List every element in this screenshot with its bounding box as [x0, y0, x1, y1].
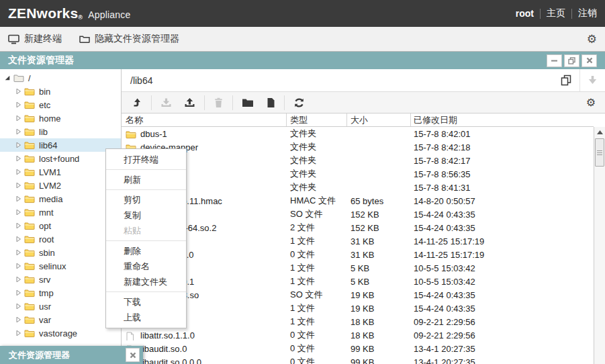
- expand-collapse-icon[interactable]: [13, 236, 23, 242]
- table-row[interactable]: libaudit.so.0.0.0 0 文件 99 KB 13-4-1 20:2…: [122, 355, 594, 364]
- expand-collapse-icon[interactable]: [13, 276, 23, 283]
- tree-item-srv[interactable]: srv: [0, 273, 121, 286]
- context-menu-item[interactable]: 打开终端: [106, 152, 186, 167]
- context-menu-item[interactable]: 复制: [106, 208, 186, 223]
- table-row[interactable]: .libgcrypt.so.11.hmac HMAC 文件 65 bytes 1…: [122, 194, 594, 208]
- expand-collapse-icon[interactable]: [13, 88, 23, 95]
- expand-collapse-icon[interactable]: [13, 289, 23, 296]
- taskbar-item-file-manager[interactable]: 文件资源管理器: [0, 346, 143, 364]
- minimize-button[interactable]: [547, 54, 562, 67]
- new-folder-icon[interactable]: [236, 98, 260, 107]
- tree-item-vastorage[interactable]: vastorage: [0, 326, 121, 340]
- vertical-scrollbar[interactable]: [594, 127, 605, 364]
- expand-collapse-icon[interactable]: [13, 209, 23, 216]
- copy-path-icon[interactable]: [553, 69, 579, 91]
- expand-collapse-icon[interactable]: [13, 249, 23, 256]
- column-header-name[interactable]: 名称: [122, 113, 287, 126]
- tree-item-usr[interactable]: usr: [0, 300, 121, 313]
- upload-icon[interactable]: [178, 97, 201, 108]
- table-row[interactable]: libanl-2.11.3.so SO 文件 19 KB 15-4-24 0:4…: [122, 288, 594, 302]
- expand-collapse-icon[interactable]: [13, 263, 23, 269]
- folder-icon: [24, 262, 35, 271]
- close-button[interactable]: [581, 54, 597, 67]
- gear-icon[interactable]: ⚙: [586, 97, 596, 108]
- table-row[interactable]: libanl.so.1 1 文件 19 KB 15-4-24 0:43:35: [122, 302, 594, 315]
- tree-item-etc[interactable]: etc: [0, 98, 121, 111]
- expand-collapse-icon[interactable]: [13, 128, 23, 135]
- tree-item-sbin[interactable]: sbin: [0, 246, 121, 259]
- column-header-type[interactable]: 类型: [287, 113, 347, 126]
- taskbar-close-button[interactable]: [126, 348, 140, 362]
- table-row[interactable]: libaudit.so.0 0 文件 99 KB 13-4-1 20:27:35: [122, 342, 594, 355]
- tree-item-root[interactable]: root: [0, 232, 121, 246]
- scrollbar-thumb[interactable]: [595, 138, 604, 167]
- table-row[interactable]: security 文件夹 15-7-8 8:41:31: [122, 181, 594, 194]
- home-link[interactable]: 主页: [547, 7, 565, 19]
- divider: [284, 95, 285, 110]
- context-menu-item[interactable]: 新建文件夹: [106, 274, 186, 289]
- logout-link[interactable]: 注销: [578, 7, 597, 19]
- expand-collapse-icon[interactable]: [13, 182, 23, 189]
- tree-item-var[interactable]: var: [0, 313, 121, 326]
- context-menu-item[interactable]: 剪切: [106, 192, 186, 208]
- expand-collapse-icon[interactable]: [13, 303, 23, 310]
- expand-collapse-icon[interactable]: [13, 101, 23, 108]
- expand-collapse-icon[interactable]: [13, 195, 23, 202]
- tree-item-lib64[interactable]: lib64: [0, 138, 121, 152]
- restore-button[interactable]: [564, 54, 579, 67]
- tree-item-LVM1[interactable]: LVM1: [0, 165, 121, 179]
- expand-collapse-icon[interactable]: [13, 142, 23, 148]
- tree-item-LVM2[interactable]: LVM2: [0, 179, 121, 192]
- new-file-icon[interactable]: [260, 97, 281, 108]
- table-row[interactable]: ld-2.11.3.so SO 文件 152 KB 15-4-24 0:43:3…: [122, 208, 594, 221]
- refresh-icon[interactable]: [287, 97, 311, 108]
- expand-collapse-icon[interactable]: [13, 169, 23, 175]
- tree-item-root[interactable]: /: [0, 71, 121, 85]
- table-row[interactable]: ld-linux-x86-64.so.2 2 文件 152 KB 15-4-24…: [122, 221, 594, 234]
- gear-icon[interactable]: ⚙: [587, 34, 597, 45]
- expand-collapse-icon[interactable]: [3, 75, 12, 81]
- context-menu-item[interactable]: 上载: [106, 310, 186, 325]
- context-menu-item[interactable]: 重命名: [106, 259, 186, 274]
- table-row[interactable]: libaio.so.1.0.1 1 文件 5 KB 10-5-5 15:03:4…: [122, 275, 594, 288]
- new-terminal-button[interactable]: 新建终端: [8, 33, 62, 45]
- table-row[interactable]: libattr.so.1 1 文件 18 KB 09-2-21 2:29:56: [122, 315, 594, 328]
- path-bar: /lib64: [122, 69, 605, 92]
- tree-item-media[interactable]: media: [0, 192, 121, 206]
- folder-icon: [24, 141, 35, 150]
- table-row[interactable]: libacl.so.1 1 文件 31 KB 14-11-25 15:17:19: [122, 234, 594, 248]
- tree-item-bin[interactable]: bin: [0, 85, 121, 98]
- context-menu-item[interactable]: 删除: [106, 243, 186, 259]
- context-menu-item[interactable]: 下载: [106, 294, 186, 310]
- column-header-date[interactable]: 已修改日期: [411, 113, 594, 126]
- expand-collapse-icon[interactable]: [13, 115, 23, 122]
- table-row[interactable]: libattr.so.1.1.0 0 文件 18 KB 09-2-21 2:29…: [122, 328, 594, 342]
- hide-file-manager-button[interactable]: 隐藏文件资源管理器: [79, 33, 179, 45]
- expand-collapse-icon[interactable]: [13, 330, 23, 336]
- expand-collapse-icon[interactable]: [13, 316, 23, 323]
- expand-collapse-icon[interactable]: [13, 155, 23, 162]
- context-menu-item[interactable]: 刷新: [106, 172, 186, 187]
- file-date: 15-4-24 0:43:35: [411, 223, 594, 233]
- table-row[interactable]: dbus-1 文件夹 15-7-8 8:42:01: [122, 127, 594, 140]
- file-type: 1 文件: [287, 235, 347, 247]
- tree-item-mnt[interactable]: mnt: [0, 206, 121, 219]
- tree-item-lib[interactable]: lib: [0, 125, 121, 138]
- table-row[interactable]: device-mapper 文件夹 15-7-8 8:42:18: [122, 140, 594, 154]
- tree-item-tmp[interactable]: tmp: [0, 286, 121, 300]
- up-directory-icon[interactable]: [126, 97, 148, 108]
- expand-collapse-icon[interactable]: [13, 222, 23, 229]
- divider: [204, 95, 205, 110]
- tree-item-home[interactable]: home: [0, 111, 121, 125]
- table-row[interactable]: libaio.so.1 1 文件 5 KB 10-5-5 15:03:42: [122, 261, 594, 275]
- column-header-size[interactable]: 大小: [347, 113, 411, 126]
- table-row[interactable]: libacl.so.1.1.0 0 文件 31 KB 14-11-25 15:1…: [122, 248, 594, 261]
- menu-separator: [106, 291, 186, 292]
- tree-item-label: lib: [39, 127, 48, 137]
- table-row[interactable]: modules 文件夹 15-7-8 8:56:35: [122, 167, 594, 181]
- scroll-up-icon[interactable]: [594, 127, 605, 138]
- table-row[interactable]: firmware 文件夹 15-7-8 8:42:17: [122, 154, 594, 167]
- tree-item-selinux[interactable]: selinux: [0, 259, 121, 273]
- tree-item-lost+found[interactable]: lost+found: [0, 152, 121, 165]
- tree-item-opt[interactable]: opt: [0, 219, 121, 232]
